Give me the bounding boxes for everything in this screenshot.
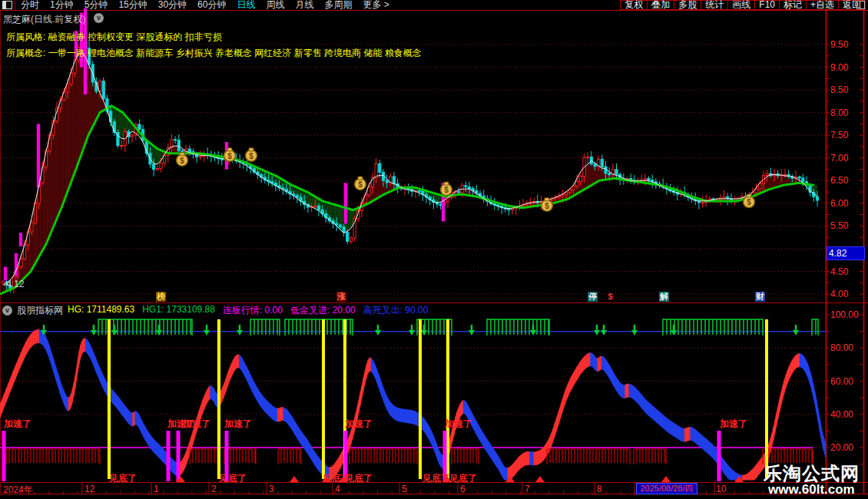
ribbon-segment (474, 417, 475, 433)
period-tab-5分钟[interactable]: 5分钟 (84, 0, 108, 10)
candle-body (181, 150, 184, 151)
toolbar-button-+自选[interactable]: +自选 (807, 0, 839, 10)
ribbon-segment (600, 356, 601, 370)
magenta-signal-bar (177, 431, 181, 481)
ribbon-segment (254, 382, 257, 399)
ribbon-segment (258, 389, 260, 405)
event-marker-榜[interactable]: 榜 (156, 292, 166, 302)
ribbon-segment (679, 426, 681, 441)
chart-canvas[interactable]: $$$$$$$ (0, 0, 868, 499)
ma-band-fill (767, 175, 771, 190)
bottom-triangle-marker (661, 476, 671, 482)
ribbon-segment (502, 462, 503, 478)
period-tab-多周期[interactable]: 多周期 (324, 0, 352, 10)
candle-body (511, 209, 513, 210)
ribbon-segment (487, 438, 489, 454)
event-marker-停[interactable]: 停 (588, 292, 598, 302)
ribbon-segment (360, 385, 362, 406)
ribbon-segment (723, 458, 725, 474)
toolbar-button-F10[interactable]: F10 (755, 0, 780, 10)
ribbon-segment (804, 357, 806, 373)
toolbar-button-画线[interactable]: 画线 (728, 0, 755, 10)
bottom-comb-signal (452, 449, 479, 464)
period-tab-1分钟[interactable]: 1分钟 (50, 0, 74, 10)
ribbon-segment (530, 451, 532, 465)
ribbon-segment (21, 349, 23, 368)
ribbon-segment (683, 428, 685, 442)
candle-body (393, 177, 395, 183)
period-tab-30分钟[interactable]: 30分钟 (158, 0, 187, 10)
ribbon-segment (220, 388, 222, 404)
candle-body (31, 223, 33, 232)
ribbon-segment (181, 460, 182, 474)
yellow-signal-line (108, 319, 111, 479)
window-corner-icon[interactable] (856, 1, 865, 9)
ribbon-segment (634, 387, 637, 402)
ribbon-segment (306, 438, 309, 454)
ribbon-segment (11, 372, 13, 391)
toolbar-button-叠加[interactable]: 叠加 (648, 0, 674, 10)
candle-body (816, 197, 818, 200)
ribbon-segment (465, 401, 466, 415)
candle-body (798, 177, 800, 178)
ribbon-segment (555, 417, 557, 436)
split-pane-icon[interactable] (2, 1, 12, 9)
ribbon-segment (499, 456, 500, 472)
down-arrow-icon (671, 330, 677, 335)
ribbon-segment (601, 356, 603, 370)
period-tab-月线[interactable]: 月线 (295, 0, 313, 10)
ribbon-segment (320, 459, 322, 474)
ma-band-fill (347, 208, 351, 231)
ribbon-segment (67, 397, 68, 411)
toolbar-button-多股[interactable]: 多股 (674, 0, 701, 10)
ribbon-segment (522, 453, 525, 468)
toolbar-button-标记[interactable]: 标记 (780, 0, 807, 10)
ribbon-segment (422, 416, 425, 432)
ribbon-segment (8, 378, 11, 397)
candle-body (802, 178, 804, 182)
ribbon-segment (684, 428, 687, 442)
event-marker-$[interactable]: $ (605, 292, 615, 302)
ribbon-segment (122, 402, 124, 418)
ribbon-segment (698, 431, 701, 446)
ribbon-segment (147, 431, 150, 447)
ribbon-segment (114, 391, 116, 407)
down-arrow-icon (793, 330, 799, 335)
period-tab-分时[interactable]: 分时 (21, 0, 39, 10)
ribbon-segment (807, 363, 809, 381)
ribbon-segment (88, 342, 90, 358)
top-comb-signal (663, 319, 763, 335)
event-marker-涨[interactable]: 涨 (336, 292, 346, 302)
ribbon-segment (412, 411, 415, 425)
ribbon-segment (787, 367, 789, 384)
candle-body (766, 173, 768, 175)
ribbon-segment (495, 451, 497, 467)
chevron-down-icon[interactable]: v (94, 13, 104, 23)
event-marker-财[interactable]: 财 (755, 292, 765, 302)
ribbon-segment (128, 409, 129, 425)
ribbon-segment (483, 432, 485, 448)
top-comb-signal (285, 319, 353, 335)
ribbon-segment (557, 410, 559, 430)
ribbon-segment (386, 392, 387, 409)
ribbon-segment (757, 461, 759, 476)
toolbar-button-复权[interactable]: 复权 (620, 0, 648, 10)
period-tab-15分钟[interactable]: 15分钟 (118, 0, 147, 10)
ribbon-segment (820, 418, 821, 438)
period-tab-周线[interactable]: 周线 (266, 0, 284, 10)
marked-candle (84, 8, 87, 94)
ribbon-segment (335, 461, 336, 477)
period-tab-更多 >[interactable]: 更多 > (363, 0, 389, 10)
ribbon-segment (62, 385, 64, 403)
ribbon-segment (524, 452, 526, 466)
chevron-down-icon[interactable]: v (2, 306, 12, 316)
magenta-signal-bar (167, 431, 171, 481)
ribbon-segment (203, 395, 205, 414)
toolbar-button-统计[interactable]: 统计 (701, 0, 728, 10)
period-tab-60分钟[interactable]: 60分钟 (197, 0, 226, 10)
ribbon-segment (503, 464, 505, 480)
event-marker-解[interactable]: 解 (659, 292, 669, 302)
period-tab-日线[interactable]: 日线 (237, 0, 255, 10)
svg-text:$: $ (180, 157, 184, 165)
ribbon-segment (393, 405, 395, 419)
